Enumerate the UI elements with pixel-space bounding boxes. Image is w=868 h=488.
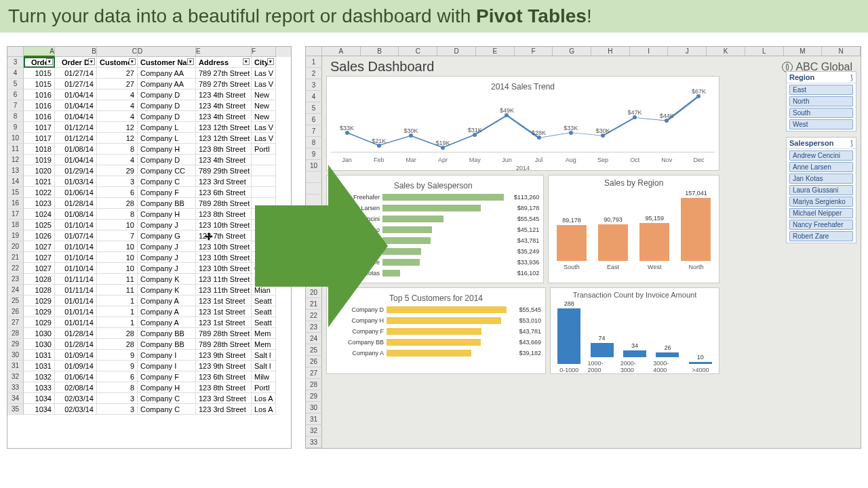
cell[interactable]: Las V: [252, 79, 276, 89]
cell[interactable]: Company AA: [138, 68, 196, 79]
cell[interactable]: 123 6th Street: [196, 371, 252, 382]
row-header[interactable]: 22: [7, 263, 24, 274]
cell[interactable]: 01/12/14: [55, 122, 97, 133]
table-header-cell[interactable]: Address▾: [196, 57, 252, 68]
cell[interactable]: Company J: [138, 241, 196, 252]
cell[interactable]: 10: [97, 252, 138, 263]
cell[interactable]: 123 4th Street: [196, 155, 252, 165]
cell[interactable]: 01/10/14: [55, 241, 97, 252]
cell[interactable]: 1016: [24, 100, 55, 111]
row-header[interactable]: 25: [7, 296, 24, 306]
cell[interactable]: Company H: [138, 209, 196, 220]
cell[interactable]: 10: [97, 241, 138, 252]
cell[interactable]: Company H: [138, 144, 196, 155]
cell[interactable]: 1027: [24, 241, 55, 252]
slicer-item[interactable]: Nancy Freehafer: [789, 220, 853, 230]
cell[interactable]: 1034: [24, 393, 55, 404]
cell[interactable]: Company K: [138, 285, 196, 296]
cell[interactable]: 7: [97, 230, 138, 241]
slicer-item[interactable]: North: [789, 96, 853, 106]
row-header[interactable]: 30: [306, 402, 322, 413]
row-header[interactable]: 33: [7, 382, 24, 393]
slicer-item[interactable]: South: [789, 108, 853, 118]
cell[interactable]: 123 1st Street: [196, 306, 252, 317]
cell[interactable]: 01/09/14: [55, 350, 97, 361]
cell[interactable]: 789 27th Street: [196, 68, 252, 79]
cell[interactable]: 02/08/14: [55, 382, 97, 393]
cell[interactable]: 123 9th Street: [196, 361, 252, 371]
cell[interactable]: 123 10th Street: [196, 220, 252, 230]
dashboard-column-headers[interactable]: ABCDEFGHIJKLMN: [306, 47, 861, 56]
column-header-C[interactable]: C: [399, 47, 437, 56]
cell[interactable]: 123 10th Street: [196, 241, 252, 252]
region-slicer[interactable]: Region⟆ EastNorthSouthWest: [786, 71, 856, 131]
cell[interactable]: [252, 187, 276, 198]
cell[interactable]: 01/28/14: [55, 328, 97, 339]
cell[interactable]: 9: [97, 350, 138, 361]
cell[interactable]: 01/01/14: [55, 306, 97, 317]
region-chart[interactable]: Sales by Region 89,178South90,793East95,…: [548, 175, 719, 283]
cell[interactable]: 1029: [24, 306, 55, 317]
cell[interactable]: 1028: [24, 285, 55, 296]
cell[interactable]: 12: [97, 122, 138, 133]
cell[interactable]: 1032: [24, 371, 55, 382]
cell[interactable]: 01/07/14: [55, 230, 97, 241]
cell[interactable]: 1028: [24, 274, 55, 285]
cell[interactable]: Company G: [138, 230, 196, 241]
row-header[interactable]: 15: [7, 187, 24, 198]
column-header-select-all[interactable]: [7, 47, 24, 57]
row-header[interactable]: 12: [7, 155, 24, 165]
cell[interactable]: 01/12/14: [55, 133, 97, 144]
cell[interactable]: Company D: [138, 100, 196, 111]
cell[interactable]: 789 27th Street: [196, 79, 252, 89]
cell[interactable]: 01/27/14: [55, 79, 97, 89]
cell[interactable]: 02/03/14: [55, 404, 97, 415]
cell[interactable]: Los A: [252, 393, 276, 404]
cell[interactable]: Company BB: [138, 339, 196, 350]
table-header-cell[interactable]: Order▾: [24, 57, 55, 68]
cell[interactable]: 01/04/14: [55, 89, 97, 100]
cell[interactable]: 1034: [24, 404, 55, 415]
cell[interactable]: 01/28/14: [55, 339, 97, 350]
cell[interactable]: New: [252, 111, 276, 122]
cell[interactable]: 1030: [24, 339, 55, 350]
column-header-F[interactable]: F: [252, 47, 276, 57]
histogram-chart[interactable]: Transaction Count by Invoice Amount 2880…: [550, 287, 719, 374]
cell[interactable]: 1030: [24, 328, 55, 339]
column-header-A[interactable]: A: [24, 47, 55, 57]
table-header-cell[interactable]: Customer▾: [97, 57, 138, 68]
cell[interactable]: 789 28th Street: [196, 339, 252, 350]
cell[interactable]: New: [252, 89, 276, 100]
row-header[interactable]: 19: [7, 230, 24, 241]
cell[interactable]: 123 10th Street: [196, 263, 252, 274]
cell[interactable]: 8: [97, 209, 138, 220]
cell[interactable]: Company I: [138, 361, 196, 371]
cell[interactable]: 28: [97, 328, 138, 339]
cell[interactable]: 01/09/14: [55, 361, 97, 371]
cell[interactable]: Company K: [138, 274, 196, 285]
table-header-cell[interactable]: Customer Nan▾: [138, 57, 196, 68]
cell[interactable]: 01/04/14: [55, 100, 97, 111]
cell[interactable]: 123 1st Street: [196, 317, 252, 328]
cell[interactable]: 3: [97, 404, 138, 415]
row-header[interactable]: 27: [306, 367, 322, 379]
cell[interactable]: 1027: [24, 252, 55, 263]
cell[interactable]: 123 11th Street: [196, 285, 252, 296]
table-header-cell[interactable]: Order Da▾: [55, 57, 97, 68]
column-header-D[interactable]: D: [437, 47, 476, 56]
cell[interactable]: 01/01/14: [55, 296, 97, 306]
column-header-I[interactable]: I: [630, 47, 669, 56]
cell[interactable]: Las V: [252, 68, 276, 79]
cell[interactable]: 1022: [24, 187, 55, 198]
cell[interactable]: 123 11th Street: [196, 274, 252, 285]
cell[interactable]: Company F: [138, 187, 196, 198]
cell[interactable]: 01/06/14: [55, 371, 97, 382]
cell[interactable]: Seatt: [252, 317, 276, 328]
column-header-F[interactable]: F: [515, 47, 553, 56]
cell[interactable]: 01/28/14: [55, 198, 97, 209]
row-header[interactable]: 26: [7, 306, 24, 317]
cell[interactable]: 123 3rd Street: [196, 404, 252, 415]
row-header[interactable]: 22: [306, 310, 322, 321]
row-header[interactable]: 20: [7, 241, 24, 252]
row-header[interactable]: 5: [7, 79, 24, 89]
